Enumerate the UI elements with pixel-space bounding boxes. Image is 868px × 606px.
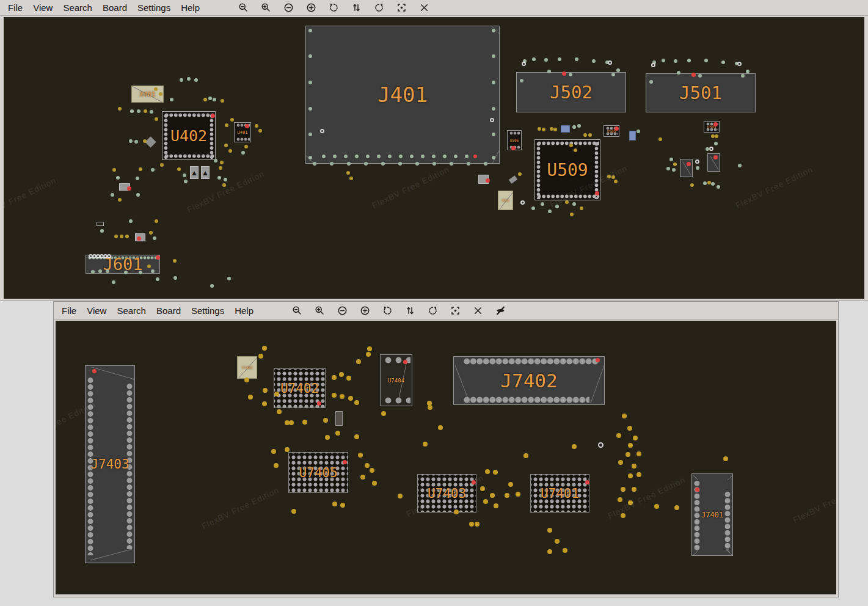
menu-search[interactable]: Search: [63, 2, 92, 13]
component-U509[interactable]: U509: [534, 139, 600, 200]
pin1-marker: [92, 369, 97, 373]
hide-annotations-icon[interactable]: [495, 305, 506, 316]
component-small-part-arrow-1[interactable]: ▲: [190, 166, 199, 179]
magnify-minus-icon[interactable]: [292, 305, 302, 316]
via-pad: [410, 155, 414, 158]
component-small-part-diamond-1[interactable]: [145, 136, 156, 147]
via-pad: [344, 155, 348, 158]
component-small-part-diamond-2[interactable]: [509, 175, 517, 183]
component-J502[interactable]: J502: [516, 72, 626, 112]
flip-vertical-icon[interactable]: [351, 2, 362, 13]
menu-settings[interactable]: Settings: [191, 305, 224, 316]
rotate-ccw-icon[interactable]: [329, 2, 339, 13]
via-pad: [553, 128, 557, 131]
magnify-plus-icon[interactable]: [315, 305, 325, 316]
toolbar: [238, 2, 429, 13]
window-board-view-bottom: FileViewSearchBoardSettingsHelpJ7403Y740…: [54, 302, 838, 597]
component-J7403[interactable]: J7403: [85, 365, 135, 563]
component-J401[interactable]: J401: [305, 26, 500, 164]
circle-plus-icon[interactable]: [306, 2, 316, 13]
via-pad: [399, 155, 403, 158]
component-X501[interactable]: X501: [498, 191, 513, 210]
via-pad: [274, 463, 279, 468]
component-J7401[interactable]: J7401: [691, 473, 733, 556]
menu-file[interactable]: File: [8, 2, 23, 13]
component-small-part-blue-1[interactable]: [561, 125, 570, 133]
via-pad: [432, 162, 436, 166]
component-small-part-3[interactable]: [97, 222, 104, 226]
magnify-plus-icon[interactable]: [261, 2, 271, 13]
via-pad: [690, 183, 694, 187]
pin1-marker: [317, 401, 321, 406]
component-small-part-1[interactable]: [119, 183, 130, 191]
via-pad: [398, 162, 402, 166]
board-canvas[interactable]: J7403Y7402U7402U7404J7402U7405U7403U7401…: [56, 321, 836, 594]
close-icon[interactable]: [419, 2, 429, 13]
component-small-part-1[interactable]: [335, 411, 343, 426]
rotate-cw-icon[interactable]: [374, 2, 384, 13]
menu-board[interactable]: Board: [156, 305, 181, 316]
component-U7402[interactable]: U7402: [274, 368, 326, 408]
via-pad: [547, 528, 552, 533]
component-U7404[interactable]: U7404: [380, 354, 412, 406]
component-small-part-6[interactable]: [478, 175, 489, 184]
watermark: FlexBV Free Edition: [371, 165, 451, 210]
via-pad: [258, 354, 263, 359]
menu-settings[interactable]: Settings: [137, 2, 170, 13]
menu-view[interactable]: View: [87, 305, 106, 316]
component-label: U402: [170, 127, 207, 145]
component-label: J7402: [500, 370, 557, 392]
component-small-part-4[interactable]: [680, 159, 693, 177]
circle-minus-icon[interactable]: [283, 2, 294, 13]
via-pad: [493, 470, 498, 475]
component-small-part-5[interactable]: [707, 153, 720, 172]
center-focus-icon[interactable]: [396, 2, 407, 13]
close-icon[interactable]: [473, 305, 483, 316]
via-pad: [518, 172, 522, 176]
menu-help[interactable]: Help: [235, 305, 253, 316]
flip-vertical-icon[interactable]: [405, 305, 415, 316]
component-small-part-blue-2[interactable]: [629, 131, 636, 141]
menubar: FileViewSearchBoardSettingsHelp: [0, 0, 868, 16]
component-J501[interactable]: J501: [646, 73, 756, 112]
component-label: U7403: [428, 486, 466, 501]
via-pad: [248, 395, 253, 400]
component-U7401[interactable]: U7401: [530, 474, 589, 513]
component-U506[interactable]: U506: [507, 130, 522, 150]
component-Y7402[interactable]: Y7402: [237, 356, 257, 379]
menu-help[interactable]: Help: [181, 2, 200, 13]
watermark: FlexBV Free Edition: [792, 480, 836, 525]
circle-plus-icon[interactable]: [360, 305, 370, 316]
rotate-cw-icon[interactable]: [428, 305, 438, 316]
pad-row: [236, 137, 250, 141]
magnify-minus-icon[interactable]: [238, 2, 249, 13]
menu-search[interactable]: Search: [117, 305, 146, 316]
via-pad: [415, 162, 419, 166]
center-focus-icon[interactable]: [450, 305, 461, 316]
component-small-part-arrow-2[interactable]: ▲: [201, 166, 210, 179]
circle-minus-icon[interactable]: [337, 305, 348, 316]
component-U503[interactable]: U503: [704, 121, 720, 133]
board-canvas[interactable]: X401U402U401J401J502J501U509U506U505U503…: [4, 17, 864, 299]
component-U7405[interactable]: U7405: [288, 452, 348, 493]
component-U402[interactable]: U402: [162, 111, 216, 160]
via-pad: [572, 444, 577, 449]
via-pad: [213, 98, 216, 101]
via-pad: [672, 168, 676, 172]
via-pad: [709, 147, 713, 151]
component-U505[interactable]: U505: [604, 125, 619, 137]
menu-view[interactable]: View: [33, 2, 53, 13]
rotate-ccw-icon[interactable]: [382, 305, 393, 316]
via-pad: [258, 129, 262, 133]
pad-row: [537, 141, 599, 145]
component-J7402[interactable]: J7402: [453, 356, 605, 405]
menu-board[interactable]: Board: [103, 2, 127, 13]
via-pad: [592, 59, 596, 63]
component-U7403[interactable]: U7403: [417, 474, 476, 513]
via-pad: [120, 235, 123, 238]
menu-file[interactable]: File: [62, 305, 76, 316]
component-small-part-2[interactable]: [135, 233, 145, 241]
component-U401[interactable]: U401: [234, 122, 251, 142]
via-pad: [632, 464, 636, 469]
via-pad: [91, 270, 95, 274]
